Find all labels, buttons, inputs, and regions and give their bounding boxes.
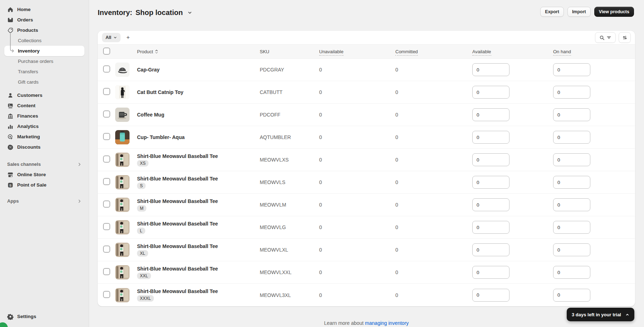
column-header-product[interactable]: Product — [137, 49, 153, 54]
on-hand-input[interactable] — [553, 108, 590, 121]
sidebar-main-group: HomeOrdersProducts — [0, 4, 89, 35]
gear-icon — [7, 313, 14, 320]
sidebar-item-finances[interactable]: Finances — [4, 111, 84, 121]
on-hand-input[interactable] — [553, 63, 590, 76]
product-name-link[interactable]: Coffee Mug — [137, 112, 164, 118]
available-input[interactable] — [472, 198, 509, 211]
chat-widget-icon[interactable] — [0, 322, 8, 327]
unavailable-value: 0 — [319, 269, 395, 275]
sidebar-item-marketing[interactable]: Marketing — [4, 132, 84, 142]
available-input[interactable] — [472, 86, 509, 99]
search-and-filter-button[interactable] — [595, 32, 616, 43]
on-hand-input[interactable] — [553, 153, 590, 166]
row-checkbox[interactable] — [103, 291, 110, 298]
svg-text:S: S — [9, 183, 11, 187]
on-hand-input[interactable] — [553, 176, 590, 189]
customers-icon — [7, 92, 14, 99]
export-button[interactable]: Export — [540, 7, 564, 17]
view-products-button[interactable]: View products — [594, 7, 634, 17]
available-input[interactable] — [472, 108, 509, 121]
available-input[interactable] — [472, 221, 509, 234]
row-checkbox[interactable] — [103, 268, 110, 275]
sidebar-header-apps[interactable]: Apps — [4, 196, 84, 206]
trial-banner[interactable]: 3 days left in your trial — [567, 308, 634, 321]
row-checkbox[interactable] — [103, 246, 110, 253]
available-input[interactable] — [472, 243, 509, 256]
sidebar-item-online-store[interactable]: Online Store — [4, 169, 84, 180]
sidebar-item-transfers[interactable]: Transfers — [4, 66, 84, 77]
sidebar-item-home[interactable]: Home — [4, 4, 84, 15]
unavailable-value: 0 — [319, 179, 395, 185]
sidebar-item-collections[interactable]: Collections — [4, 35, 84, 46]
unavailable-value: 0 — [319, 247, 395, 253]
sidebar-item-gift-cards[interactable]: Gift cards — [4, 77, 84, 87]
product-name-link[interactable]: Shirt-Blue Meowavul Baseball Tee — [137, 221, 218, 227]
product-name-link[interactable]: Cup- Tumbler- Aqua — [137, 134, 185, 140]
location-picker-caret[interactable] — [186, 9, 194, 17]
orders-icon — [7, 17, 14, 23]
available-input[interactable] — [472, 153, 509, 166]
column-header-committed[interactable]: Committed — [395, 49, 418, 56]
available-input[interactable] — [472, 63, 509, 76]
sidebar-item-discounts[interactable]: Discounts — [4, 142, 84, 152]
sidebar-item-point-of-sale[interactable]: SPoint of Sale — [4, 180, 84, 190]
sidebar-item-customers[interactable]: Customers — [4, 90, 84, 100]
product-name-link[interactable]: Shirt-Blue Meowavul Baseball Tee — [137, 153, 218, 159]
on-hand-input[interactable] — [553, 198, 590, 211]
managing-inventory-link[interactable]: managing inventory — [365, 320, 409, 326]
row-checkbox[interactable] — [103, 133, 110, 140]
product-name-link[interactable]: Shirt-Blue Meowavul Baseball Tee — [137, 198, 218, 204]
add-view-button[interactable]: + — [123, 33, 133, 42]
available-input[interactable] — [472, 266, 509, 279]
product-name-link[interactable]: Cat Butt Catnip Toy — [137, 89, 184, 95]
on-hand-input[interactable] — [553, 86, 590, 99]
select-all-checkbox[interactable] — [103, 48, 110, 55]
committed-value: 0 — [395, 202, 472, 208]
row-checkbox[interactable] — [103, 155, 110, 163]
filter-lines-icon — [606, 35, 611, 40]
on-hand-input[interactable] — [553, 131, 590, 144]
sidebar-item-content[interactable]: Content — [4, 100, 84, 111]
column-header-on-hand[interactable]: On hand — [553, 49, 571, 56]
sort-carets-icon[interactable] — [155, 49, 158, 54]
sort-button[interactable] — [619, 32, 631, 43]
variant-badge: L — [137, 228, 145, 234]
import-button[interactable]: Import — [567, 7, 591, 17]
product-name-link[interactable]: Cap-Gray — [137, 67, 160, 73]
available-input[interactable] — [472, 289, 509, 302]
column-header-available[interactable]: Available — [472, 49, 491, 56]
on-hand-input[interactable] — [553, 243, 590, 256]
tab-all[interactable]: All — [102, 33, 121, 42]
online-store-icon — [7, 172, 14, 178]
available-input[interactable] — [472, 176, 509, 189]
unavailable-value: 0 — [319, 67, 395, 73]
table-row: Shirt-Blue Meowavul Baseball TeeMMEOWVLM… — [98, 194, 635, 216]
on-hand-input[interactable] — [553, 289, 590, 302]
row-checkbox[interactable] — [103, 223, 110, 230]
sidebar-item-purchase-orders[interactable]: Purchase orders — [4, 56, 84, 66]
sidebar-item-analytics[interactable]: Analytics — [4, 121, 84, 132]
row-checkbox[interactable] — [103, 200, 110, 208]
table-row: Shirt-Blue Meowavul Baseball TeeXSMEOWVL… — [98, 149, 635, 171]
row-checkbox[interactable] — [103, 88, 110, 95]
sidebar-header-sales-channels[interactable]: Sales channels — [4, 159, 84, 169]
product-name-link[interactable]: Shirt-Blue Meowavul Baseball Tee — [137, 288, 218, 294]
available-input[interactable] — [472, 131, 509, 144]
sidebar-item-inventory[interactable]: Inventory — [4, 46, 84, 56]
products-subnav: CollectionsInventoryPurchase ordersTrans… — [0, 35, 89, 87]
sidebar-item-label: Point of Sale — [17, 182, 47, 188]
sidebar-item-orders[interactable]: Orders — [4, 15, 84, 25]
row-checkbox[interactable] — [103, 110, 110, 118]
cat-toy-thumbnail — [115, 85, 130, 99]
product-name-link[interactable]: Shirt-Blue Meowavul Baseball Tee — [137, 176, 218, 182]
product-name-link[interactable]: Shirt-Blue Meowavul Baseball Tee — [137, 243, 218, 249]
on-hand-input[interactable] — [553, 221, 590, 234]
unavailable-value: 0 — [319, 202, 395, 208]
sidebar-item-products[interactable]: Products — [4, 25, 84, 35]
product-name-link[interactable]: Shirt-Blue Meowavul Baseball Tee — [137, 266, 218, 272]
column-header-unavailable[interactable]: Unavailable — [319, 49, 343, 56]
row-checkbox[interactable] — [103, 178, 110, 185]
on-hand-input[interactable] — [553, 266, 590, 279]
row-checkbox[interactable] — [103, 65, 110, 73]
sidebar-item-settings[interactable]: Settings — [4, 311, 84, 322]
